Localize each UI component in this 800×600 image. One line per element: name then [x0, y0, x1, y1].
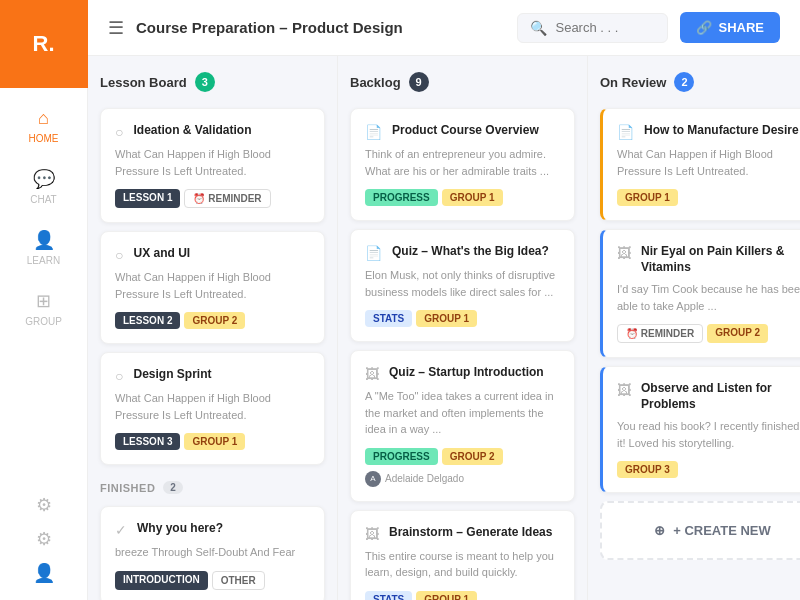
settings2-icon[interactable]: ⚙ [36, 528, 52, 550]
tag-group1: GROUP 1 [416, 310, 477, 327]
tag-progress: PROGRESS [365, 189, 438, 206]
share-button[interactable]: 🔗 SHARE [680, 12, 780, 43]
card-desc: You read his book? I recently finished i… [617, 418, 800, 451]
card-design-sprint[interactable]: ○ Design Sprint What Can Happen if High … [100, 352, 325, 465]
card-tags: GROUP 1 [617, 189, 800, 206]
card-tags: GROUP 3 [617, 461, 800, 478]
menu-icon[interactable]: ☰ [108, 17, 124, 39]
card-why-here[interactable]: ✓ Why you here? breeze Through Self-Doub… [100, 506, 325, 600]
tag-stats: STATS [365, 591, 412, 601]
section-title: FINISHED [100, 482, 155, 494]
card-desc: I'd say Tim Cook because he has been abl… [617, 281, 800, 314]
card-header: ○ Design Sprint [115, 367, 310, 384]
card-manufacture-desire[interactable]: 📄 How to Manufacture Desire What Can Hap… [600, 108, 800, 221]
section-header-finished: FINISHED 2 [100, 481, 325, 494]
plus-icon: ⊕ [654, 523, 665, 538]
sidebar-item-label: GROUP [25, 316, 62, 327]
card-header: 🖼 Quiz – Startup Introduction [365, 365, 560, 382]
search-box: 🔍 [517, 13, 668, 43]
card-observe-listen[interactable]: 🖼 Observe and Listen for Problems You re… [600, 366, 800, 493]
sidebar: R. ⌂ HOME 💬 CHAT 👤 LEARN ⊞ GROUP ⚙ ⚙ 👤 [0, 0, 88, 600]
card-header: ○ UX and UI [115, 246, 310, 263]
tag-group3: GROUP 3 [617, 461, 678, 478]
card-desc: What Can Happen if High Blood Pressure I… [115, 269, 310, 302]
sidebar-item-label: HOME [29, 133, 59, 144]
sidebar-bottom: ⚙ ⚙ 👤 [33, 494, 55, 600]
column-lesson-board: Lesson Board 3 ○ Ideation & Validation W… [88, 56, 338, 600]
circle-icon: ○ [115, 247, 123, 263]
card-title: Ideation & Validation [133, 123, 251, 139]
card-startup-intro[interactable]: 🖼 Quiz – Startup Introduction A "Me Too"… [350, 350, 575, 502]
profile-icon[interactable]: 👤 [33, 562, 55, 584]
card-ideation[interactable]: ○ Ideation & Validation What Can Happen … [100, 108, 325, 223]
card-desc: What Can Happen if High Blood Pressure I… [115, 390, 310, 423]
image-icon: 🖼 [365, 526, 379, 542]
sidebar-item-label: CHAT [30, 194, 56, 205]
settings-icon[interactable]: ⚙ [36, 494, 52, 516]
card-desc: What Can Happen if High Blood Pressure I… [115, 146, 310, 179]
sidebar-item-group[interactable]: ⊞ GROUP [0, 278, 87, 339]
card-desc: Think of an entrepreneur you admire. Wha… [365, 146, 560, 179]
card-tags: INTRODUCTION OTHER [115, 571, 310, 590]
tag-group2: GROUP 2 [442, 448, 503, 465]
column-badge: 2 [674, 72, 694, 92]
search-icon: 🔍 [530, 20, 547, 36]
card-title: Quiz – Startup Introduction [389, 365, 544, 381]
card-title: How to Manufacture Desire [644, 123, 799, 139]
card-big-idea[interactable]: 📄 Quiz – What's the Big Idea? Elon Musk,… [350, 229, 575, 342]
column-badge: 9 [409, 72, 429, 92]
create-new-button[interactable]: ⊕ + CREATE NEW [600, 501, 800, 560]
tag-group1: GROUP 1 [442, 189, 503, 206]
sidebar-item-chat[interactable]: 💬 CHAT [0, 156, 87, 217]
tag-lesson2: LESSON 2 [115, 312, 180, 329]
card-ux-ui[interactable]: ○ UX and UI What Can Happen if High Bloo… [100, 231, 325, 344]
tag-group2: GROUP 2 [184, 312, 245, 329]
page-title: Course Preparation – Product Design [136, 19, 505, 36]
image-icon: 🖼 [617, 382, 631, 398]
card-brainstorm[interactable]: 🖼 Brainstorm – Generate Ideas This entir… [350, 510, 575, 601]
card-product-overview[interactable]: 📄 Product Course Overview Think of an en… [350, 108, 575, 221]
board: Lesson Board 3 ○ Ideation & Validation W… [88, 56, 800, 600]
tag-progress: PROGRESS [365, 448, 438, 465]
avatar-name: Adelaide Delgado [385, 473, 464, 484]
card-title: Observe and Listen for Problems [641, 381, 800, 412]
card-desc: Elon Musk, not only thinks of disruptive… [365, 267, 560, 300]
card-tags: PROGRESS GROUP 2 [365, 448, 560, 465]
column-on-review: On Review 2 📄 How to Manufacture Desire … [588, 56, 800, 600]
sidebar-nav: ⌂ HOME 💬 CHAT 👤 LEARN ⊞ GROUP [0, 88, 87, 494]
share-link-icon: 🔗 [696, 20, 712, 35]
avatar-icon: A [365, 471, 381, 487]
card-header: ✓ Why you here? [115, 521, 310, 538]
card-title: Brainstorm – Generate Ideas [389, 525, 552, 541]
chat-icon: 💬 [33, 168, 55, 190]
card-header: 🖼 Nir Eyal on Pain Killers & Vitamins [617, 244, 800, 275]
tag-lesson1: LESSON 1 [115, 189, 180, 208]
card-desc: What Can Happen if High Blood Pressure I… [617, 146, 800, 179]
card-tags: LESSON 3 GROUP 1 [115, 433, 310, 450]
card-header: 🖼 Observe and Listen for Problems [617, 381, 800, 412]
card-title: Quiz – What's the Big Idea? [392, 244, 549, 260]
header: ☰ Course Preparation – Product Design 🔍 … [88, 0, 800, 56]
card-desc: breeze Through Self-Doubt And Fear [115, 544, 310, 561]
card-title: Why you here? [137, 521, 223, 537]
card-pain-killers[interactable]: 🖼 Nir Eyal on Pain Killers & Vitamins I'… [600, 229, 800, 358]
sidebar-item-home[interactable]: ⌂ HOME [0, 96, 87, 156]
card-desc: A "Me Too" idea takes a current idea in … [365, 388, 560, 438]
card-tags: LESSON 1 ⏰ REMINDER [115, 189, 310, 208]
column-badge: 3 [195, 72, 215, 92]
search-input[interactable] [555, 20, 655, 35]
column-header-on-review: On Review 2 [600, 72, 800, 92]
grid-icon: ⊞ [36, 290, 51, 312]
main-content: Lesson Board 3 ○ Ideation & Validation W… [88, 56, 800, 600]
home-icon: ⌂ [38, 108, 49, 129]
app-logo[interactable]: R. [0, 0, 88, 88]
card-tags: PROGRESS GROUP 1 [365, 189, 560, 206]
image-icon: 🖼 [365, 366, 379, 382]
doc-icon: 📄 [617, 124, 634, 140]
circle-icon: ○ [115, 124, 123, 140]
sidebar-item-learn[interactable]: 👤 LEARN [0, 217, 87, 278]
column-title: Lesson Board [100, 75, 187, 90]
card-title: UX and UI [133, 246, 190, 262]
image-icon: 🖼 [617, 245, 631, 261]
tag-reminder: ⏰ REMINDER [184, 189, 270, 208]
